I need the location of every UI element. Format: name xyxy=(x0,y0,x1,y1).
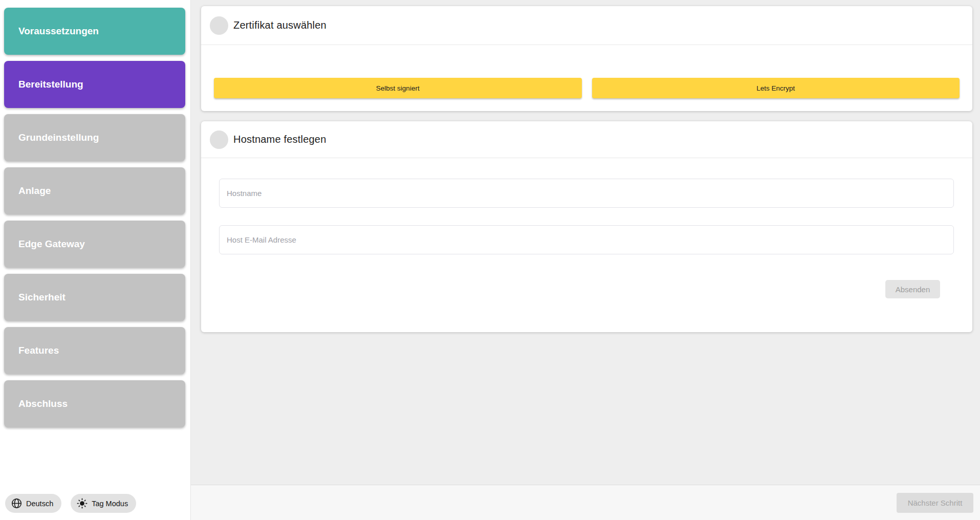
language-button[interactable]: Deutsch xyxy=(5,494,61,513)
certificate-card-title: Zertifikat auswählen xyxy=(233,19,326,31)
sidebar-footer: Deutsch xyxy=(5,494,136,513)
hostname-card-body: Absenden xyxy=(201,158,972,298)
setup-wizard-app: Voraussetzungen Bereitstellung Grundeins… xyxy=(0,0,980,520)
sidebar-step-label: Abschluss xyxy=(18,398,68,409)
sidebar-step-sicherheit[interactable]: Sicherheit xyxy=(4,274,185,321)
hostname-card-header: Hostname festlegen xyxy=(201,121,972,158)
certificate-option-selbst-signiert[interactable]: Selbst signiert xyxy=(214,78,582,98)
sidebar-step-label: Anlage xyxy=(18,185,51,197)
sidebar-step-label: Edge Gateway xyxy=(18,239,85,250)
step-circle-icon xyxy=(210,131,228,149)
language-button-label: Deutsch xyxy=(26,500,53,508)
sidebar-step-anlage[interactable]: Anlage xyxy=(4,167,185,214)
sidebar-step-label: Features xyxy=(18,345,59,356)
hostname-card-title: Hostname festlegen xyxy=(233,134,326,145)
sidebar-step-label: Grundeinstellung xyxy=(18,132,99,143)
certificate-option-lets-encrypt[interactable]: Lets Encrypt xyxy=(592,78,960,98)
certificate-card-header: Zertifikat auswählen xyxy=(201,6,972,45)
step-circle-icon xyxy=(210,16,228,35)
sidebar-step-edge-gateway[interactable]: Edge Gateway xyxy=(4,221,185,268)
certificate-card-body: Selbst signiert Lets Encrypt xyxy=(201,45,972,98)
wizard-footer: Nächster Schritt xyxy=(191,485,980,520)
theme-toggle-button[interactable]: Tag Modus xyxy=(71,494,136,513)
theme-toggle-button-label: Tag Modus xyxy=(92,500,128,508)
wizard-step-list: Voraussetzungen Bereitstellung Grundeins… xyxy=(0,0,190,427)
sidebar-step-label: Sicherheit xyxy=(18,292,66,303)
next-step-button[interactable]: Nächster Schritt xyxy=(897,493,973,513)
certificate-card: Zertifikat auswählen Selbst signiert Let… xyxy=(201,6,972,111)
sidebar-step-bereitstellung[interactable]: Bereitstellung xyxy=(4,61,185,108)
globe-icon xyxy=(11,498,22,509)
submit-row: Absenden xyxy=(219,280,954,298)
submit-button[interactable]: Absenden xyxy=(885,280,940,298)
hostname-input[interactable] xyxy=(219,179,954,208)
sidebar: Voraussetzungen Bereitstellung Grundeins… xyxy=(0,0,190,520)
sun-icon xyxy=(77,498,88,509)
sidebar-step-abschluss[interactable]: Abschluss xyxy=(4,380,185,427)
sidebar-step-features[interactable]: Features xyxy=(4,327,185,374)
host-email-input[interactable] xyxy=(219,225,954,254)
hostname-card: Hostname festlegen Absenden xyxy=(201,121,972,332)
sidebar-step-voraussetzungen[interactable]: Voraussetzungen xyxy=(4,8,185,55)
main-content: Zertifikat auswählen Selbst signiert Let… xyxy=(190,0,980,520)
certificate-button-row: Selbst signiert Lets Encrypt xyxy=(214,78,960,98)
sidebar-step-label: Voraussetzungen xyxy=(18,26,99,37)
sidebar-step-label: Bereitstellung xyxy=(18,79,83,90)
sidebar-step-grundeinstellung[interactable]: Grundeinstellung xyxy=(4,114,185,161)
